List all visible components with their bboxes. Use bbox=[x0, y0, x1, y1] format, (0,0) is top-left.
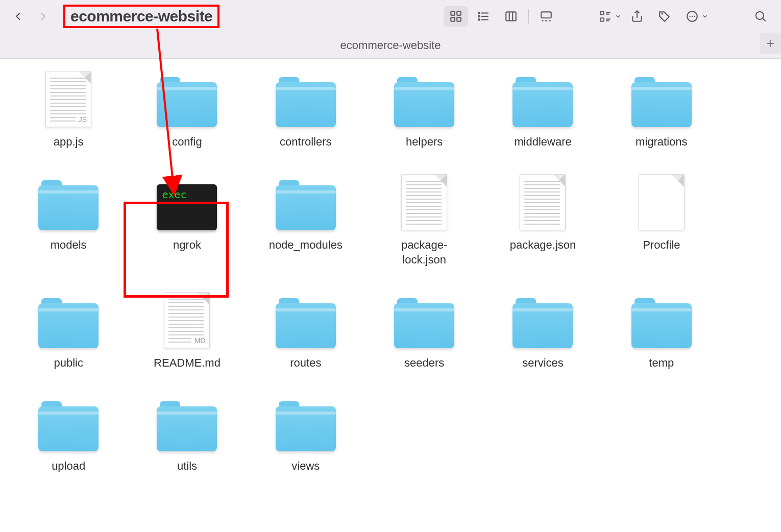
exec-icon: exec bbox=[157, 184, 217, 230]
file-label: README.md bbox=[154, 355, 221, 371]
file-item[interactable]: middleware bbox=[495, 73, 591, 150]
view-gallery-button[interactable] bbox=[534, 6, 558, 27]
tag-icon bbox=[658, 10, 671, 23]
file-item[interactable]: node_modules bbox=[258, 176, 354, 268]
file-item[interactable]: upload bbox=[20, 397, 116, 474]
file-item[interactable]: config bbox=[139, 73, 235, 150]
file-icon-wrap bbox=[509, 294, 576, 348]
file-icon-wrap bbox=[273, 176, 339, 230]
file-item[interactable]: utils bbox=[139, 397, 235, 474]
file-item[interactable]: routes bbox=[258, 294, 354, 371]
svg-rect-0 bbox=[451, 11, 455, 15]
file-icon-wrap bbox=[35, 294, 102, 348]
group-by-chevron[interactable] bbox=[615, 13, 622, 20]
view-mode-group bbox=[444, 6, 558, 27]
view-columns-button[interactable] bbox=[499, 6, 523, 27]
tags-button[interactable] bbox=[652, 6, 677, 27]
file-item[interactable]: package-lock.json bbox=[376, 176, 472, 268]
file-item[interactable]: migrations bbox=[614, 73, 710, 150]
file-item[interactable]: helpers bbox=[376, 73, 472, 150]
file-icon-wrap bbox=[35, 397, 102, 451]
back-button[interactable] bbox=[8, 6, 29, 27]
svg-rect-2 bbox=[451, 17, 455, 21]
new-tab-button[interactable]: + bbox=[760, 33, 781, 54]
file-item[interactable]: Procfile bbox=[614, 176, 710, 268]
file-icon-wrap bbox=[273, 294, 339, 348]
view-icons-button[interactable] bbox=[444, 6, 468, 27]
columns-icon bbox=[504, 10, 518, 23]
folder-icon bbox=[512, 303, 573, 348]
file-icon-wrap bbox=[391, 294, 457, 348]
file-icon-wrap bbox=[154, 397, 220, 451]
file-item[interactable]: controllers bbox=[258, 73, 354, 150]
folder-icon bbox=[276, 406, 336, 451]
file-icon-wrap bbox=[509, 176, 576, 230]
folder-icon bbox=[394, 82, 454, 127]
file-item[interactable]: services bbox=[495, 294, 591, 371]
gallery-icon bbox=[540, 10, 553, 23]
folder-icon bbox=[276, 303, 336, 348]
file-label: services bbox=[522, 355, 564, 371]
tab-bar: ecommerce-website + bbox=[0, 33, 781, 59]
svg-rect-1 bbox=[457, 11, 461, 15]
file-label: config bbox=[172, 134, 202, 150]
file-icon-wrap bbox=[509, 73, 576, 127]
file-label: views bbox=[291, 458, 320, 474]
file-item[interactable]: temp bbox=[614, 294, 710, 371]
file-label: package.json bbox=[510, 237, 576, 253]
file-icon-wrap bbox=[273, 73, 339, 127]
svg-rect-3 bbox=[457, 17, 461, 21]
file-label: routes bbox=[290, 355, 321, 371]
folder-icon bbox=[631, 303, 692, 348]
file-item[interactable]: package.json bbox=[495, 176, 591, 268]
folder-icon bbox=[394, 303, 454, 348]
file-item[interactable]: JS app.js bbox=[20, 73, 116, 150]
svg-point-26 bbox=[689, 16, 690, 17]
more-chevron[interactable] bbox=[701, 13, 709, 20]
file-label: upload bbox=[52, 458, 85, 474]
svg-point-24 bbox=[662, 13, 663, 15]
svg-point-28 bbox=[694, 16, 695, 17]
file-item[interactable]: seeders bbox=[376, 294, 472, 371]
svg-point-9 bbox=[478, 19, 480, 20]
file-item[interactable]: MD README.md bbox=[139, 294, 235, 371]
document-icon: MD bbox=[164, 292, 210, 348]
folder-icon bbox=[38, 303, 99, 348]
folder-icon bbox=[512, 82, 573, 127]
group-by-button[interactable] bbox=[593, 6, 618, 27]
file-icon-wrap: MD bbox=[154, 294, 220, 348]
svg-rect-10 bbox=[506, 12, 516, 20]
file-item[interactable]: models bbox=[20, 176, 116, 268]
file-label: migrations bbox=[636, 134, 687, 150]
share-button[interactable] bbox=[625, 6, 649, 27]
document-icon bbox=[639, 174, 685, 230]
active-tab-label[interactable]: ecommerce-website bbox=[340, 39, 441, 52]
group-icon bbox=[599, 10, 612, 23]
file-icon-wrap bbox=[273, 397, 339, 451]
chevron-left-icon bbox=[14, 9, 23, 23]
file-icon-wrap bbox=[628, 73, 695, 127]
file-label: middleware bbox=[514, 134, 572, 150]
window-title: ecommerce-website bbox=[63, 5, 219, 28]
toolbar-actions bbox=[593, 6, 709, 27]
document-icon bbox=[520, 174, 566, 230]
svg-point-8 bbox=[478, 16, 480, 17]
file-label: public bbox=[54, 355, 83, 371]
file-icon-wrap bbox=[391, 73, 457, 127]
file-icon-wrap bbox=[628, 176, 695, 230]
file-item[interactable]: exec ngrok bbox=[139, 176, 235, 268]
file-icon-wrap bbox=[391, 176, 457, 230]
file-icon-wrap bbox=[35, 176, 102, 230]
svg-line-30 bbox=[763, 18, 765, 21]
view-list-button[interactable] bbox=[471, 6, 496, 27]
search-icon bbox=[754, 10, 767, 23]
file-label: controllers bbox=[280, 134, 331, 150]
file-label: helpers bbox=[406, 134, 443, 150]
file-grid: JS app.js config controllers helpers mid… bbox=[20, 73, 710, 473]
forward-button[interactable] bbox=[33, 6, 53, 27]
file-item[interactable]: views bbox=[258, 397, 354, 474]
more-actions-button[interactable] bbox=[680, 6, 704, 27]
file-label: models bbox=[51, 237, 87, 253]
file-item[interactable]: public bbox=[20, 294, 116, 371]
search-button[interactable] bbox=[748, 6, 773, 27]
